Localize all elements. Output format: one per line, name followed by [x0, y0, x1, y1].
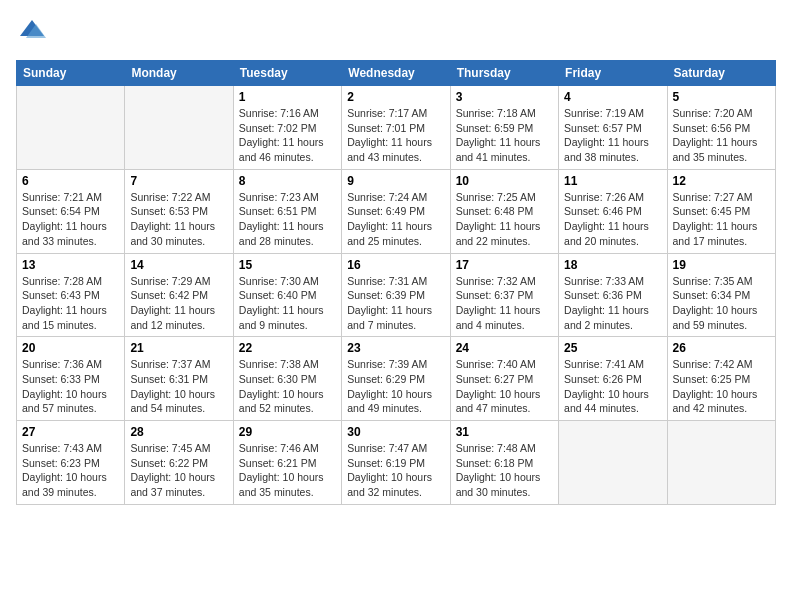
day-info: Sunrise: 7:22 AM Sunset: 6:53 PM Dayligh…	[130, 190, 227, 249]
day-info: Sunrise: 7:23 AM Sunset: 6:51 PM Dayligh…	[239, 190, 336, 249]
day-info: Sunrise: 7:32 AM Sunset: 6:37 PM Dayligh…	[456, 274, 553, 333]
calendar-cell: 4Sunrise: 7:19 AM Sunset: 6:57 PM Daylig…	[559, 86, 667, 170]
calendar-cell	[667, 421, 775, 505]
day-info: Sunrise: 7:28 AM Sunset: 6:43 PM Dayligh…	[22, 274, 119, 333]
day-info: Sunrise: 7:29 AM Sunset: 6:42 PM Dayligh…	[130, 274, 227, 333]
logo	[16, 16, 52, 48]
calendar-week-row: 6Sunrise: 7:21 AM Sunset: 6:54 PM Daylig…	[17, 169, 776, 253]
day-number: 2	[347, 90, 444, 104]
weekday-header: Thursday	[450, 61, 558, 86]
calendar-cell: 16Sunrise: 7:31 AM Sunset: 6:39 PM Dayli…	[342, 253, 450, 337]
day-number: 20	[22, 341, 119, 355]
calendar-cell: 11Sunrise: 7:26 AM Sunset: 6:46 PM Dayli…	[559, 169, 667, 253]
calendar-cell: 8Sunrise: 7:23 AM Sunset: 6:51 PM Daylig…	[233, 169, 341, 253]
weekday-header: Monday	[125, 61, 233, 86]
calendar-cell: 6Sunrise: 7:21 AM Sunset: 6:54 PM Daylig…	[17, 169, 125, 253]
calendar-cell: 2Sunrise: 7:17 AM Sunset: 7:01 PM Daylig…	[342, 86, 450, 170]
day-number: 9	[347, 174, 444, 188]
logo-icon	[16, 16, 48, 48]
day-number: 16	[347, 258, 444, 272]
day-number: 25	[564, 341, 661, 355]
day-number: 21	[130, 341, 227, 355]
day-info: Sunrise: 7:30 AM Sunset: 6:40 PM Dayligh…	[239, 274, 336, 333]
day-number: 13	[22, 258, 119, 272]
calendar-cell: 29Sunrise: 7:46 AM Sunset: 6:21 PM Dayli…	[233, 421, 341, 505]
calendar-cell: 22Sunrise: 7:38 AM Sunset: 6:30 PM Dayli…	[233, 337, 341, 421]
calendar-cell: 17Sunrise: 7:32 AM Sunset: 6:37 PM Dayli…	[450, 253, 558, 337]
day-info: Sunrise: 7:38 AM Sunset: 6:30 PM Dayligh…	[239, 357, 336, 416]
day-info: Sunrise: 7:25 AM Sunset: 6:48 PM Dayligh…	[456, 190, 553, 249]
calendar-cell: 7Sunrise: 7:22 AM Sunset: 6:53 PM Daylig…	[125, 169, 233, 253]
day-info: Sunrise: 7:16 AM Sunset: 7:02 PM Dayligh…	[239, 106, 336, 165]
day-info: Sunrise: 7:40 AM Sunset: 6:27 PM Dayligh…	[456, 357, 553, 416]
calendar-cell: 28Sunrise: 7:45 AM Sunset: 6:22 PM Dayli…	[125, 421, 233, 505]
day-info: Sunrise: 7:46 AM Sunset: 6:21 PM Dayligh…	[239, 441, 336, 500]
calendar-cell: 26Sunrise: 7:42 AM Sunset: 6:25 PM Dayli…	[667, 337, 775, 421]
day-number: 27	[22, 425, 119, 439]
calendar-cell	[559, 421, 667, 505]
weekday-header: Tuesday	[233, 61, 341, 86]
day-number: 26	[673, 341, 770, 355]
day-number: 14	[130, 258, 227, 272]
day-number: 24	[456, 341, 553, 355]
day-info: Sunrise: 7:47 AM Sunset: 6:19 PM Dayligh…	[347, 441, 444, 500]
day-info: Sunrise: 7:19 AM Sunset: 6:57 PM Dayligh…	[564, 106, 661, 165]
day-info: Sunrise: 7:20 AM Sunset: 6:56 PM Dayligh…	[673, 106, 770, 165]
day-info: Sunrise: 7:24 AM Sunset: 6:49 PM Dayligh…	[347, 190, 444, 249]
calendar-table: SundayMondayTuesdayWednesdayThursdayFrid…	[16, 60, 776, 505]
calendar-week-row: 27Sunrise: 7:43 AM Sunset: 6:23 PM Dayli…	[17, 421, 776, 505]
calendar-cell: 20Sunrise: 7:36 AM Sunset: 6:33 PM Dayli…	[17, 337, 125, 421]
calendar-cell: 13Sunrise: 7:28 AM Sunset: 6:43 PM Dayli…	[17, 253, 125, 337]
day-number: 28	[130, 425, 227, 439]
day-info: Sunrise: 7:35 AM Sunset: 6:34 PM Dayligh…	[673, 274, 770, 333]
calendar-week-row: 20Sunrise: 7:36 AM Sunset: 6:33 PM Dayli…	[17, 337, 776, 421]
calendar-cell: 27Sunrise: 7:43 AM Sunset: 6:23 PM Dayli…	[17, 421, 125, 505]
day-info: Sunrise: 7:48 AM Sunset: 6:18 PM Dayligh…	[456, 441, 553, 500]
day-number: 11	[564, 174, 661, 188]
calendar-cell: 19Sunrise: 7:35 AM Sunset: 6:34 PM Dayli…	[667, 253, 775, 337]
day-info: Sunrise: 7:41 AM Sunset: 6:26 PM Dayligh…	[564, 357, 661, 416]
day-number: 3	[456, 90, 553, 104]
calendar-cell: 10Sunrise: 7:25 AM Sunset: 6:48 PM Dayli…	[450, 169, 558, 253]
day-info: Sunrise: 7:17 AM Sunset: 7:01 PM Dayligh…	[347, 106, 444, 165]
calendar-cell: 24Sunrise: 7:40 AM Sunset: 6:27 PM Dayli…	[450, 337, 558, 421]
day-info: Sunrise: 7:45 AM Sunset: 6:22 PM Dayligh…	[130, 441, 227, 500]
calendar-cell: 31Sunrise: 7:48 AM Sunset: 6:18 PM Dayli…	[450, 421, 558, 505]
day-info: Sunrise: 7:39 AM Sunset: 6:29 PM Dayligh…	[347, 357, 444, 416]
weekday-header-row: SundayMondayTuesdayWednesdayThursdayFrid…	[17, 61, 776, 86]
day-info: Sunrise: 7:18 AM Sunset: 6:59 PM Dayligh…	[456, 106, 553, 165]
day-info: Sunrise: 7:33 AM Sunset: 6:36 PM Dayligh…	[564, 274, 661, 333]
day-number: 12	[673, 174, 770, 188]
day-number: 5	[673, 90, 770, 104]
day-number: 29	[239, 425, 336, 439]
calendar-cell: 14Sunrise: 7:29 AM Sunset: 6:42 PM Dayli…	[125, 253, 233, 337]
calendar-cell: 3Sunrise: 7:18 AM Sunset: 6:59 PM Daylig…	[450, 86, 558, 170]
weekday-header: Friday	[559, 61, 667, 86]
day-info: Sunrise: 7:36 AM Sunset: 6:33 PM Dayligh…	[22, 357, 119, 416]
day-number: 30	[347, 425, 444, 439]
calendar-cell: 21Sunrise: 7:37 AM Sunset: 6:31 PM Dayli…	[125, 337, 233, 421]
day-info: Sunrise: 7:26 AM Sunset: 6:46 PM Dayligh…	[564, 190, 661, 249]
day-number: 31	[456, 425, 553, 439]
weekday-header: Saturday	[667, 61, 775, 86]
calendar-week-row: 13Sunrise: 7:28 AM Sunset: 6:43 PM Dayli…	[17, 253, 776, 337]
day-number: 17	[456, 258, 553, 272]
calendar-cell: 30Sunrise: 7:47 AM Sunset: 6:19 PM Dayli…	[342, 421, 450, 505]
calendar-cell: 12Sunrise: 7:27 AM Sunset: 6:45 PM Dayli…	[667, 169, 775, 253]
day-number: 10	[456, 174, 553, 188]
calendar-cell: 15Sunrise: 7:30 AM Sunset: 6:40 PM Dayli…	[233, 253, 341, 337]
calendar-cell: 9Sunrise: 7:24 AM Sunset: 6:49 PM Daylig…	[342, 169, 450, 253]
calendar-week-row: 1Sunrise: 7:16 AM Sunset: 7:02 PM Daylig…	[17, 86, 776, 170]
day-number: 6	[22, 174, 119, 188]
day-number: 19	[673, 258, 770, 272]
day-info: Sunrise: 7:42 AM Sunset: 6:25 PM Dayligh…	[673, 357, 770, 416]
header	[16, 16, 776, 48]
day-number: 22	[239, 341, 336, 355]
calendar-cell: 18Sunrise: 7:33 AM Sunset: 6:36 PM Dayli…	[559, 253, 667, 337]
day-number: 23	[347, 341, 444, 355]
day-number: 7	[130, 174, 227, 188]
day-info: Sunrise: 7:31 AM Sunset: 6:39 PM Dayligh…	[347, 274, 444, 333]
day-number: 18	[564, 258, 661, 272]
day-number: 1	[239, 90, 336, 104]
weekday-header: Wednesday	[342, 61, 450, 86]
